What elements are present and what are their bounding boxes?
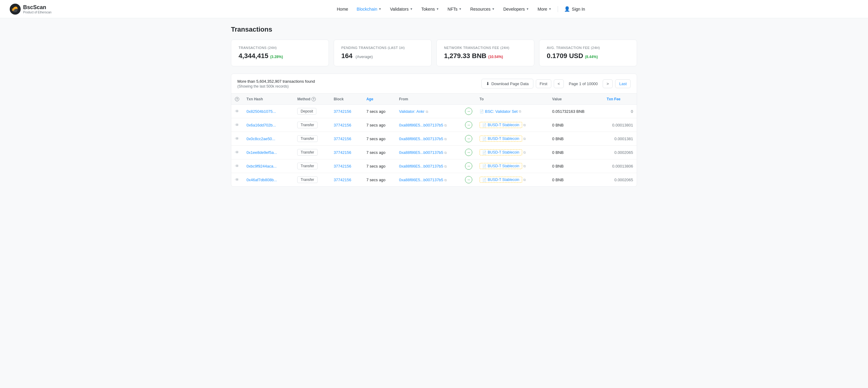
eye-icon[interactable]: 👁 [235, 150, 239, 155]
signin-button[interactable]: 👤 Sign In [560, 4, 589, 14]
to-link[interactable]: BUSD-T Stablecoin [488, 123, 519, 127]
block-link[interactable]: 37742156 [334, 109, 351, 114]
txn-hash-link[interactable]: 0x1ee8de9ef5a... [246, 150, 277, 155]
logo-text: BscScan Product of Etherscan [23, 4, 51, 14]
svg-text:B: B [12, 8, 14, 11]
nav-more[interactable]: More ▼ [534, 4, 555, 14]
to-badge: 📄BUSD-T Stablecoin [479, 163, 522, 169]
eye-icon[interactable]: 👁 [235, 136, 239, 141]
copy-icon[interactable]: ⧉ [426, 110, 428, 113]
question-icon[interactable]: ? [235, 97, 239, 101]
logo[interactable]: B BscScan Product of Etherscan [10, 4, 51, 14]
txn-hash-link[interactable]: 0x46af7db808b... [246, 178, 277, 182]
stat-change-2: (10.54%) [488, 55, 503, 59]
txn-hash-link[interactable]: 0x6a16dd702b... [246, 123, 276, 127]
from-link[interactable]: 0xa88f86E5...b007137b5 [399, 123, 443, 127]
eye-icon[interactable]: 👁 [235, 177, 239, 182]
from-link[interactable]: 0xa88f86E5...b007137b5 [399, 150, 443, 155]
block-link[interactable]: 37742156 [334, 178, 351, 182]
col-header-method: Method ? [293, 94, 330, 105]
txn-hash-link[interactable]: 0x82504b1075... [246, 109, 276, 114]
main-content: Transactions TRANSACTIONS (24H) 4,344,41… [221, 18, 647, 194]
method-badge: Transfer [297, 163, 317, 169]
eye-icon[interactable]: 👁 [235, 109, 239, 114]
method-badge: Transfer [297, 135, 317, 142]
col-header-from: From [395, 94, 461, 105]
txn-hash-link[interactable]: 0x0c8cc2ae50... [246, 137, 275, 141]
block-link[interactable]: 37742156 [334, 123, 351, 127]
copy-icon[interactable]: ⧉ [444, 137, 447, 141]
copy-icon[interactable]: ⧉ [444, 123, 447, 127]
nfts-chevron-icon: ▼ [459, 7, 462, 11]
last-page-button[interactable]: Last [615, 79, 631, 88]
txn-hash-link[interactable]: 0xbc9f9244aca... [246, 164, 277, 169]
to-link[interactable]: BUSD-T Stablecoin [488, 150, 519, 154]
copy-icon[interactable]: ⧉ [519, 110, 521, 113]
copy-icon[interactable]: ⧉ [523, 123, 526, 127]
nav-validators[interactable]: Validators ▼ [386, 4, 416, 14]
fee-cell: 0.0001381 [603, 132, 637, 146]
table-row: 👁0x82504b1075...Deposit377421567 secs ag… [231, 105, 637, 118]
col-header-eye: ? [231, 94, 243, 105]
more-chevron-icon: ▼ [549, 7, 552, 11]
method-question-icon[interactable]: ? [312, 97, 316, 101]
eye-icon[interactable]: 👁 [235, 163, 239, 169]
stat-card-transactions-24h: TRANSACTIONS (24H) 4,344,415 (3.28%) [231, 39, 329, 66]
copy-icon[interactable]: ⧉ [523, 137, 526, 141]
contract-icon: 📄 [482, 164, 487, 168]
age-cell: 7 secs ago [363, 159, 395, 173]
to-link[interactable]: BUSD-T Stablecoin [488, 178, 519, 182]
contract-icon: 📄 [482, 137, 487, 141]
from-link[interactable]: 0xa88f86E5...b007137b5 [399, 164, 443, 169]
contract-icon: 📄 [482, 151, 487, 154]
block-link[interactable]: 37742156 [334, 137, 351, 141]
table-row: 👁0x1ee8de9ef5a...Transfer377421567 secs … [231, 146, 637, 159]
nav-nfts[interactable]: NFTs ▼ [444, 4, 466, 14]
nav-blockchain[interactable]: Blockchain ▼ [353, 4, 385, 14]
stat-label-0: TRANSACTIONS (24H) [239, 46, 321, 50]
logo-subtitle: Product of Etherscan [23, 11, 51, 14]
prev-icon: < [558, 82, 560, 86]
block-link[interactable]: 37742156 [334, 150, 351, 155]
block-link[interactable]: 37742156 [334, 164, 351, 169]
table-row: 👁0x0c8cc2ae50...Transfer377421567 secs a… [231, 132, 637, 146]
direction-arrow-icon: → [465, 121, 472, 129]
method-badge: Transfer [297, 122, 317, 128]
method-badge: Transfer [297, 149, 317, 156]
page-title: Transactions [231, 26, 637, 33]
col-header-value: Value [549, 94, 603, 105]
eye-icon[interactable]: 👁 [235, 123, 239, 127]
table-header: More than 5,604,352,907 transactions fou… [231, 74, 637, 94]
nav-developers[interactable]: Developers ▼ [500, 4, 533, 14]
to-link[interactable]: BSC: Validator Set [485, 109, 518, 114]
first-page-button[interactable]: First [536, 79, 551, 88]
from-link[interactable]: 0xa88f86E5...b007137b5 [399, 178, 443, 182]
prev-page-button[interactable]: < [554, 79, 564, 88]
copy-icon[interactable]: ⧉ [444, 151, 447, 154]
nav-resources[interactable]: Resources ▼ [467, 4, 498, 14]
validators-chevron-icon: ▼ [410, 7, 413, 11]
from-link[interactable]: Validator: Ankr [399, 109, 425, 114]
copy-icon[interactable]: ⧉ [444, 165, 447, 168]
next-page-button[interactable]: > [603, 79, 613, 88]
from-link[interactable]: 0xa88f86E5...b007137b5 [399, 137, 443, 141]
user-icon: 👤 [564, 6, 570, 12]
to-link[interactable]: BUSD-T Stablecoin [488, 164, 519, 168]
copy-icon[interactable]: ⧉ [444, 178, 447, 182]
nav-home[interactable]: Home [333, 4, 352, 14]
value-cell: 0 BNB [549, 118, 603, 132]
copy-icon[interactable]: ⧉ [523, 178, 526, 182]
table-row: 👁0x46af7db808b...Transfer377421567 secs … [231, 173, 637, 187]
table-controls: ⬇ Download Page Data First < Page 1 of 1… [482, 79, 631, 88]
tokens-chevron-icon: ▼ [436, 7, 439, 11]
nav-tokens[interactable]: Tokens ▼ [417, 4, 442, 14]
copy-icon[interactable]: ⧉ [523, 151, 526, 154]
age-cell: 7 secs ago [363, 132, 395, 146]
to-link[interactable]: BUSD-T Stablecoin [488, 137, 519, 141]
contract-icon: 📄 [482, 178, 487, 182]
download-button[interactable]: ⬇ Download Page Data [482, 79, 533, 88]
table-header-row: ? Txn Hash Method ? Block [231, 94, 637, 105]
stat-label-1: PENDING TRANSACTIONS (LAST 1H) [341, 46, 424, 50]
stat-value-1: 164 (Average) [341, 52, 424, 60]
copy-icon[interactable]: ⧉ [523, 164, 526, 168]
